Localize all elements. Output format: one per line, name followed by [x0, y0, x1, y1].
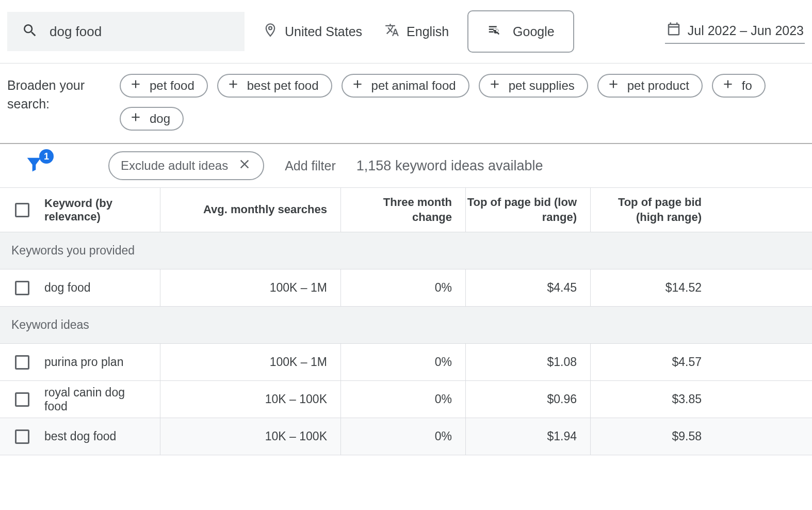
cell-avg: 10K – 100K — [160, 418, 340, 455]
date-range-selector[interactable]: Jul 2022 – Jun 2023 — [665, 19, 805, 44]
table-row[interactable]: best dog food10K – 100K0%$1.94$9.58 — [0, 418, 812, 455]
cell-avg: 10K – 100K — [160, 381, 340, 418]
close-icon[interactable] — [237, 157, 252, 174]
cell-three-month: 0% — [340, 269, 465, 306]
cell-bid-low: $1.08 — [465, 344, 590, 380]
plus-icon — [488, 77, 501, 94]
col-bid-high[interactable]: Top of page bid (high range) — [590, 188, 715, 232]
broaden-pill-label: best pet food — [247, 78, 319, 93]
funnel-icon — [24, 168, 44, 177]
filter-count-badge: 1 — [39, 149, 54, 164]
row-checkbox[interactable] — [15, 429, 29, 444]
broaden-section: Broaden your search: pet foodbest pet fo… — [0, 63, 812, 143]
cell-keyword: dog food — [44, 281, 160, 295]
broaden-pill-label: pet supplies — [509, 78, 575, 93]
broaden-pill-label: fo — [742, 78, 752, 93]
broaden-pill[interactable]: dog — [120, 107, 184, 131]
plus-icon — [607, 77, 620, 94]
cell-bid-high: $3.85 — [590, 381, 715, 418]
row-checkbox[interactable] — [15, 392, 29, 407]
broaden-pill[interactable]: fo — [712, 74, 766, 98]
filter-button[interactable]: 1 — [24, 154, 46, 177]
cell-bid-high: $4.57 — [590, 344, 715, 380]
broaden-pill-label: dog — [150, 111, 170, 126]
plus-icon — [129, 77, 142, 94]
search-box[interactable] — [7, 12, 245, 51]
table-row[interactable]: royal canin dog food10K – 100K0%$0.96$3.… — [0, 381, 812, 418]
filter-bar: 1 Exclude adult ideas Add filter 1,158 k… — [0, 143, 812, 187]
ideas-count: 1,158 keyword ideas available — [356, 158, 543, 174]
location-icon — [263, 23, 278, 40]
broaden-label: Broaden your search: — [7, 74, 105, 131]
date-range-label: Jul 2022 – Jun 2023 — [688, 23, 804, 38]
cell-keyword: best dog food — [44, 429, 160, 443]
col-three-month[interactable]: Three month change — [340, 188, 465, 232]
applied-filter-chip[interactable]: Exclude adult ideas — [108, 151, 264, 180]
broaden-pill[interactable]: pet supplies — [479, 74, 588, 98]
translate-icon — [385, 23, 399, 40]
broaden-pill[interactable]: best pet food — [217, 74, 332, 98]
keyword-table: Keyword (by relevance) Avg. monthly sear… — [0, 187, 812, 455]
col-bid-low[interactable]: Top of page bid (low range) — [465, 188, 590, 232]
cell-avg: 100K – 1M — [160, 269, 340, 306]
plus-icon — [226, 77, 240, 94]
section-keywords-provided: Keywords you provided — [0, 232, 812, 269]
select-all-checkbox[interactable] — [15, 203, 29, 217]
cell-bid-low: $1.94 — [465, 418, 590, 455]
row-checkbox[interactable] — [15, 355, 29, 370]
applied-filter-label: Exclude adult ideas — [121, 158, 228, 173]
add-filter-button[interactable]: Add filter — [285, 158, 336, 173]
cell-three-month: 0% — [340, 344, 465, 380]
cell-three-month: 0% — [340, 381, 465, 418]
cell-bid-high: $9.58 — [590, 418, 715, 455]
cell-avg: 100K – 1M — [160, 344, 340, 380]
network-selector[interactable]: Google — [467, 10, 574, 53]
broaden-pill-label: pet product — [627, 78, 689, 93]
cell-keyword: purina pro plan — [44, 355, 160, 369]
broaden-pill[interactable]: pet food — [120, 74, 208, 98]
search-input[interactable] — [50, 24, 230, 40]
network-label: Google — [513, 24, 555, 39]
cell-three-month: 0% — [340, 418, 465, 455]
search-icon — [22, 22, 38, 41]
cell-bid-low: $4.45 — [465, 269, 590, 306]
top-bar: United States English Google Jul 2022 – … — [0, 0, 812, 63]
broaden-pills: pet foodbest pet foodpet animal foodpet … — [120, 74, 805, 131]
table-header-row: Keyword (by relevance) Avg. monthly sear… — [0, 188, 812, 232]
search-data-icon — [487, 22, 502, 41]
broaden-pill-label: pet food — [150, 78, 194, 93]
section-keyword-ideas: Keyword ideas — [0, 307, 812, 344]
plus-icon — [129, 110, 142, 127]
language-label: English — [407, 24, 449, 39]
row-checkbox[interactable] — [15, 281, 29, 295]
cell-bid-high: $14.52 — [590, 269, 715, 306]
cell-keyword: royal canin dog food — [44, 386, 160, 413]
plus-icon — [351, 77, 364, 94]
cell-bid-low: $0.96 — [465, 381, 590, 418]
calendar-icon — [666, 21, 681, 40]
col-avg-searches[interactable]: Avg. monthly searches — [160, 188, 340, 232]
table-row[interactable]: purina pro plan100K – 1M0%$1.08$4.57 — [0, 344, 812, 381]
broaden-pill[interactable]: pet product — [597, 74, 703, 98]
location-selector[interactable]: United States — [259, 23, 366, 40]
table-row[interactable]: dog food100K – 1M0%$4.45$14.52 — [0, 269, 812, 307]
col-keyword[interactable]: Keyword (by relevance) — [44, 197, 160, 224]
location-label: United States — [285, 24, 362, 39]
broaden-pill[interactable]: pet animal food — [342, 74, 469, 98]
broaden-pill-label: pet animal food — [371, 78, 456, 93]
language-selector[interactable]: English — [381, 23, 453, 40]
plus-icon — [721, 77, 735, 94]
